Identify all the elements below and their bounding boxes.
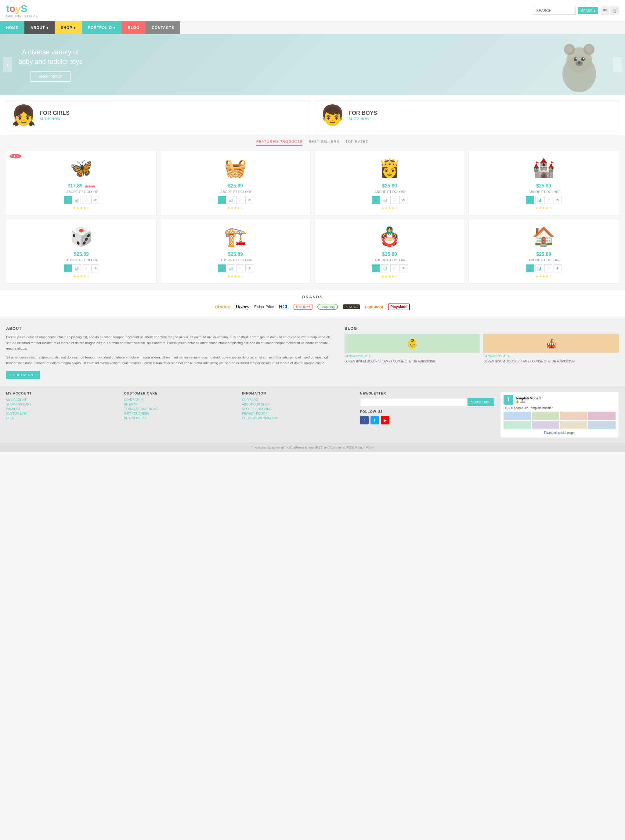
brands-logos: chicco Disney Fisher-Price HCL little ti… bbox=[6, 304, 619, 310]
hero-next-button[interactable]: › bbox=[613, 57, 622, 72]
quick-view-button[interactable]: 👁 bbox=[553, 196, 561, 204]
product-price: $25.89 bbox=[228, 183, 243, 189]
product-stars: ★★★★☆ bbox=[320, 206, 460, 210]
footer-link-delivery[interactable]: DELIVERY INFOMATION bbox=[242, 416, 354, 420]
compare-button[interactable]: 📊 bbox=[73, 196, 81, 204]
wishlist-button[interactable]: ♡ bbox=[390, 196, 398, 204]
wishlist-button[interactable]: ♡ bbox=[236, 265, 244, 273]
hero-content: A diverse variety of baby and toddler to… bbox=[0, 36, 101, 94]
footer-link-gift-vouchers[interactable]: GIFT VOUCHERS bbox=[124, 412, 236, 415]
product-price-row: $25.89 bbox=[165, 183, 305, 189]
nav-shop[interactable]: SHOP ▾ bbox=[54, 21, 82, 34]
header: toyS ONLINE STORE SEARCH ☰ 🛒 bbox=[0, 0, 625, 21]
compare-button[interactable]: 📊 bbox=[73, 265, 81, 273]
compare-button[interactable]: 📊 bbox=[381, 196, 389, 204]
quick-view-button[interactable]: 👁 bbox=[246, 265, 253, 273]
girls-shop-link[interactable]: SHOP NOW! bbox=[40, 117, 62, 121]
logo-y: y bbox=[15, 3, 21, 14]
blog-image-1: 👶 bbox=[345, 334, 480, 353]
product-name: LABORE ET DOLORE bbox=[320, 258, 460, 262]
read-more-button[interactable]: READ MORE bbox=[6, 371, 40, 379]
compare-button[interactable]: 📊 bbox=[381, 265, 389, 273]
hero-shop-button[interactable]: SHOP NOW! bbox=[31, 72, 70, 82]
footer-link-sitemap[interactable]: SITEMAP bbox=[124, 403, 236, 406]
tm-like-button[interactable]: 👍 Like bbox=[515, 400, 543, 404]
footer-newsletter: NEWSLETTER SUBSCRIBE FOLLOW US f t ▶ bbox=[360, 391, 494, 438]
logo-wordmark: toyS ONLINE STORE bbox=[6, 3, 39, 18]
product-stars: ★★★★☆ bbox=[320, 274, 460, 279]
newsletter-subscribe-button[interactable]: SUBSCRIBE bbox=[468, 398, 494, 406]
footer-top: ABOUT Lorem ipsum dolor sit amet conse c… bbox=[0, 319, 625, 386]
nav-contacts[interactable]: CONTACTS bbox=[146, 21, 180, 34]
quick-view-button[interactable]: 👁 bbox=[400, 196, 407, 204]
add-to-cart-button[interactable]: 🛒 bbox=[64, 196, 72, 204]
compare-button[interactable]: 📊 bbox=[535, 265, 543, 273]
footer-link-about-shop[interactable]: ABOUT OUR SHOP bbox=[242, 403, 354, 406]
add-to-cart-button[interactable]: 🛒 bbox=[526, 265, 534, 273]
add-to-cart-button[interactable]: 🛒 bbox=[372, 196, 380, 204]
product-price: $25.89 bbox=[382, 252, 397, 257]
add-to-cart-button[interactable]: 🛒 bbox=[218, 196, 226, 204]
quick-view-button[interactable]: 👁 bbox=[91, 265, 99, 273]
facebook-icon[interactable]: f bbox=[360, 416, 368, 424]
footer-link-our-blog[interactable]: OUR BLOG bbox=[242, 398, 354, 402]
footer-link-shopping-cart[interactable]: SHOPPING CART bbox=[6, 403, 118, 406]
quick-view-button[interactable]: 👁 bbox=[400, 265, 407, 273]
product-name: LABORE ET DOLORE bbox=[165, 258, 305, 262]
boys-shop-link[interactable]: SHOP NOW! bbox=[348, 117, 371, 121]
svg-point-11 bbox=[578, 61, 580, 64]
add-to-cart-button[interactable]: 🛒 bbox=[526, 196, 534, 204]
compare-button[interactable]: 📊 bbox=[227, 265, 235, 273]
footer-link-my-account[interactable]: MY ACCOUNT bbox=[6, 398, 118, 402]
tab-best-sellers[interactable]: BEST SELLERS bbox=[309, 138, 339, 146]
twitter-icon[interactable]: t bbox=[370, 416, 379, 424]
logo-s: S bbox=[21, 3, 27, 14]
footer-link-secure-shopping[interactable]: SECURE SHOPPING bbox=[242, 407, 354, 411]
brand-disney: Disney bbox=[236, 304, 249, 310]
tab-featured-products[interactable]: FEATURED PRODUCTS bbox=[257, 138, 302, 146]
footer-link-wishlist[interactable]: WISHLIST bbox=[6, 407, 118, 411]
wishlist-button[interactable]: ♡ bbox=[82, 196, 90, 204]
quick-view-button[interactable]: 👁 bbox=[246, 196, 253, 204]
quick-view-button[interactable]: 👁 bbox=[91, 196, 99, 204]
footer-link-terms[interactable]: TERMS & CONDITIONS bbox=[124, 407, 236, 411]
tab-top-rated[interactable]: TOP RATED bbox=[345, 138, 368, 146]
nav-about[interactable]: ABOUT ▾ bbox=[25, 21, 54, 34]
newsletter-email-input[interactable] bbox=[360, 398, 468, 406]
add-to-cart-button[interactable]: 🛒 bbox=[64, 265, 72, 273]
blog-excerpt-2: LOREM IPSUM DOLOR SIT AMET CONSE CTETUR … bbox=[484, 359, 619, 364]
compare-button[interactable]: 📊 bbox=[535, 196, 543, 204]
logo-t: t bbox=[6, 3, 9, 14]
search-button[interactable]: SEARCH bbox=[578, 7, 598, 14]
wishlist-button[interactable]: ♡ bbox=[82, 265, 90, 273]
compare-button[interactable]: 📊 bbox=[227, 196, 235, 204]
nav-portfolio[interactable]: PORTFOLIO ▾ bbox=[82, 21, 121, 34]
footer-bottom: Toys is proudly powered by WordPress Ent… bbox=[0, 443, 625, 452]
add-to-cart-button[interactable]: 🛒 bbox=[372, 265, 380, 273]
wishlist-button[interactable]: ♡ bbox=[544, 265, 552, 273]
search-input[interactable] bbox=[533, 7, 575, 15]
footer-link-contact-us[interactable]: CONTACT US bbox=[124, 398, 236, 402]
youtube-icon[interactable]: ▶ bbox=[381, 416, 389, 424]
footer-link-custom-link[interactable]: CUSTOM LINK bbox=[6, 412, 118, 415]
about-title: ABOUT bbox=[6, 326, 335, 331]
brand-hcl: HCL bbox=[279, 304, 289, 310]
wishlist-button[interactable]: ♡ bbox=[390, 265, 398, 273]
cart-icon[interactable]: 🛒 bbox=[610, 6, 619, 15]
quick-view-button[interactable]: 👁 bbox=[553, 265, 561, 273]
nav-home[interactable]: HOME bbox=[0, 21, 25, 34]
wishlist-button[interactable]: ♡ bbox=[544, 196, 552, 204]
product-image: 🏠 bbox=[474, 224, 614, 249]
brands-title: BRANDS bbox=[6, 295, 619, 299]
list-view-icon[interactable]: ☰ bbox=[600, 6, 609, 15]
product-card-2: 🧺 $25.89 LABORE ET DOLORE 🛒 📊 ♡ 👁 ★★★★☆ bbox=[160, 151, 311, 215]
product-name: LABORE ET DOLORE bbox=[320, 190, 460, 193]
footer-link-privacy-policy[interactable]: PRIVACY POLICY bbox=[242, 412, 354, 415]
nav-blog[interactable]: BLOG bbox=[121, 21, 146, 34]
hero-title: A diverse variety of baby and toddler to… bbox=[18, 48, 82, 67]
footer-link-bestsellers[interactable]: BESTSELLERS bbox=[124, 416, 236, 420]
footer-link-help[interactable]: HELP bbox=[6, 416, 118, 420]
wishlist-button[interactable]: ♡ bbox=[236, 196, 244, 204]
product-actions: 🛒 📊 ♡ 👁 bbox=[474, 196, 614, 204]
add-to-cart-button[interactable]: 🛒 bbox=[218, 265, 226, 273]
